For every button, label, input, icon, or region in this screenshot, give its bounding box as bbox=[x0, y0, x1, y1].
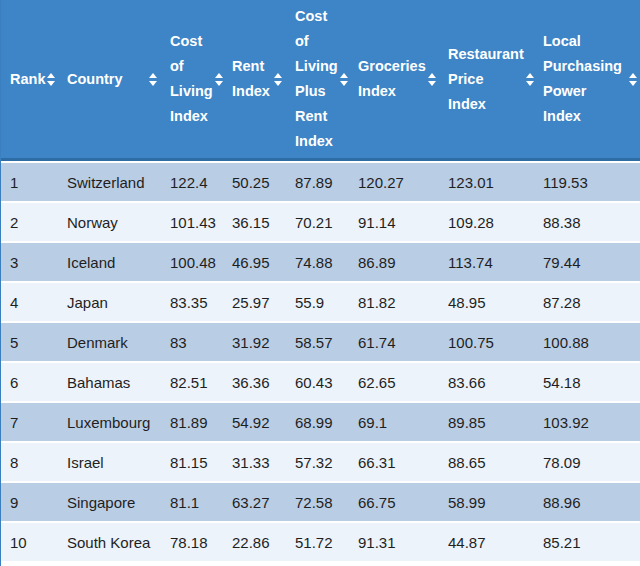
cell-country: Switzerland bbox=[58, 161, 161, 201]
table-header: RankCountryCost of Living IndexRent Inde… bbox=[1, 0, 640, 161]
sort-icon bbox=[629, 73, 637, 86]
table-row: 6Bahamas82.5136.3660.4362.6583.6654.18 bbox=[1, 361, 640, 401]
cell-rank: 9 bbox=[1, 481, 58, 521]
cell-rent-index: 36.36 bbox=[223, 361, 286, 401]
sort-up-arrow-icon bbox=[149, 73, 157, 78]
table-body: 1Switzerland122.450.2587.89120.27123.011… bbox=[1, 161, 640, 561]
cell-rent-index: 36.15 bbox=[223, 201, 286, 241]
cell-cost-of-living-plus-rent-index: 87.89 bbox=[286, 161, 349, 201]
cell-rent-index: 46.95 bbox=[223, 241, 286, 281]
sort-up-arrow-icon bbox=[215, 73, 223, 78]
column-header-inner: Cost of Living Index bbox=[170, 29, 220, 129]
data-table: RankCountryCost of Living IndexRent Inde… bbox=[1, 0, 640, 561]
cell-rank: 7 bbox=[1, 401, 58, 441]
sort-down-arrow-icon bbox=[526, 81, 534, 86]
cell-rent-index: 22.86 bbox=[223, 521, 286, 561]
cell-local-purchasing-power-index: 79.44 bbox=[534, 241, 640, 281]
column-label: Rent Index bbox=[232, 54, 272, 104]
cell-groceries-index: 61.74 bbox=[349, 321, 439, 361]
column-header-cost-of-living-plus-rent-index[interactable]: Cost of Living Plus Rent Index bbox=[286, 0, 349, 161]
cell-local-purchasing-power-index: 100.88 bbox=[534, 321, 640, 361]
cell-cost-of-living-plus-rent-index: 68.99 bbox=[286, 401, 349, 441]
sort-up-arrow-icon bbox=[274, 73, 282, 78]
cell-cost-of-living-plus-rent-index: 55.9 bbox=[286, 281, 349, 321]
cell-rank: 6 bbox=[1, 361, 58, 401]
table-row: 4Japan83.3525.9755.981.8248.9587.28 bbox=[1, 281, 640, 321]
cell-groceries-index: 62.65 bbox=[349, 361, 439, 401]
cell-local-purchasing-power-index: 103.92 bbox=[534, 401, 640, 441]
cell-country: Singapore bbox=[58, 481, 161, 521]
cell-country: Norway bbox=[58, 201, 161, 241]
column-header-inner: Restaurant Price Index bbox=[448, 42, 531, 117]
column-header-rank[interactable]: Rank bbox=[1, 0, 58, 161]
sort-down-arrow-icon bbox=[428, 81, 436, 86]
cell-country: Luxembourg bbox=[58, 401, 161, 441]
column-label: Local Purchasing Power Index bbox=[543, 29, 627, 129]
sort-down-arrow-icon bbox=[340, 81, 348, 86]
cell-groceries-index: 81.82 bbox=[349, 281, 439, 321]
cell-rank: 10 bbox=[1, 521, 58, 561]
cell-local-purchasing-power-index: 78.09 bbox=[534, 441, 640, 481]
cell-local-purchasing-power-index: 119.53 bbox=[534, 161, 640, 201]
column-header-country[interactable]: Country bbox=[58, 0, 161, 161]
sort-icon bbox=[526, 73, 534, 86]
column-label: Cost of Living Plus Rent Index bbox=[295, 4, 338, 154]
cell-rent-index: 25.97 bbox=[223, 281, 286, 321]
sort-icon bbox=[340, 73, 348, 86]
column-label: Rank bbox=[10, 67, 45, 92]
cell-restaurant-price-index: 48.95 bbox=[439, 281, 534, 321]
column-header-cost-of-living-index[interactable]: Cost of Living Index bbox=[161, 0, 223, 161]
column-header-inner: Local Purchasing Power Index bbox=[543, 29, 638, 129]
cell-country: Bahamas bbox=[58, 361, 161, 401]
cell-restaurant-price-index: 113.74 bbox=[439, 241, 534, 281]
cell-local-purchasing-power-index: 88.96 bbox=[534, 481, 640, 521]
cell-groceries-index: 66.75 bbox=[349, 481, 439, 521]
cell-groceries-index: 86.89 bbox=[349, 241, 439, 281]
column-header-local-purchasing-power-index[interactable]: Local Purchasing Power Index bbox=[534, 0, 640, 161]
cell-restaurant-price-index: 89.85 bbox=[439, 401, 534, 441]
cell-restaurant-price-index: 88.65 bbox=[439, 441, 534, 481]
cell-groceries-index: 91.14 bbox=[349, 201, 439, 241]
cell-cost-of-living-index: 83 bbox=[161, 321, 223, 361]
column-label: Groceries Index bbox=[358, 54, 426, 104]
cell-rank: 2 bbox=[1, 201, 58, 241]
column-label: Cost of Living Index bbox=[170, 29, 213, 129]
cell-rent-index: 31.33 bbox=[223, 441, 286, 481]
column-header-inner: Cost of Living Plus Rent Index bbox=[295, 4, 346, 154]
cell-country: South Korea bbox=[58, 521, 161, 561]
cost-of-living-table: RankCountryCost of Living IndexRent Inde… bbox=[0, 0, 640, 566]
cell-cost-of-living-plus-rent-index: 60.43 bbox=[286, 361, 349, 401]
cell-cost-of-living-index: 100.48 bbox=[161, 241, 223, 281]
column-header-restaurant-price-index[interactable]: Restaurant Price Index bbox=[439, 0, 534, 161]
sort-down-arrow-icon bbox=[274, 81, 282, 86]
column-label: Restaurant Price Index bbox=[448, 42, 524, 117]
cell-country: Japan bbox=[58, 281, 161, 321]
cell-cost-of-living-plus-rent-index: 51.72 bbox=[286, 521, 349, 561]
column-header-groceries-index[interactable]: Groceries Index bbox=[349, 0, 439, 161]
sort-up-arrow-icon bbox=[428, 73, 436, 78]
column-header-inner: Country bbox=[67, 67, 158, 92]
cell-rent-index: 50.25 bbox=[223, 161, 286, 201]
sort-icon bbox=[149, 73, 157, 86]
column-header-inner: Groceries Index bbox=[358, 54, 436, 104]
cell-rank: 5 bbox=[1, 321, 58, 361]
cell-groceries-index: 66.31 bbox=[349, 441, 439, 481]
column-label: Country bbox=[67, 67, 123, 92]
cell-rank: 8 bbox=[1, 441, 58, 481]
cell-rank: 3 bbox=[1, 241, 58, 281]
table-row: 1Switzerland122.450.2587.89120.27123.011… bbox=[1, 161, 640, 201]
cell-rent-index: 31.92 bbox=[223, 321, 286, 361]
cell-restaurant-price-index: 123.01 bbox=[439, 161, 534, 201]
sort-down-arrow-icon bbox=[629, 81, 637, 86]
cell-rank: 1 bbox=[1, 161, 58, 201]
table-row: 10South Korea78.1822.8651.7291.3144.8785… bbox=[1, 521, 640, 561]
cell-restaurant-price-index: 83.66 bbox=[439, 361, 534, 401]
column-header-rent-index[interactable]: Rent Index bbox=[223, 0, 286, 161]
sort-down-arrow-icon bbox=[47, 81, 55, 86]
sort-down-arrow-icon bbox=[215, 81, 223, 86]
cell-cost-of-living-plus-rent-index: 70.21 bbox=[286, 201, 349, 241]
cell-cost-of-living-index: 83.35 bbox=[161, 281, 223, 321]
cell-cost-of-living-index: 81.15 bbox=[161, 441, 223, 481]
cell-cost-of-living-index: 122.4 bbox=[161, 161, 223, 201]
sort-up-arrow-icon bbox=[629, 73, 637, 78]
